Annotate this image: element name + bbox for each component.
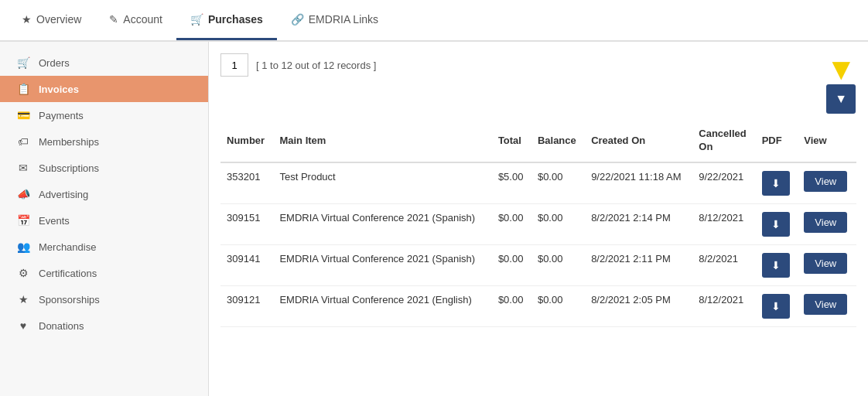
view-button[interactable]: View <box>804 212 847 233</box>
col-header-balance: Balance <box>531 120 585 162</box>
download-icon: ⬇ <box>771 218 781 230</box>
nav-label-emdria-links: EMDRIA Links <box>309 13 378 26</box>
pagination-area: 1 [ 1 to 12 out of 12 records ] <box>220 53 376 77</box>
download-icon: ⬇ <box>771 259 781 271</box>
view-button[interactable]: View <box>804 253 847 274</box>
sidebar-label-merchandise: Merchandise <box>39 241 96 253</box>
cell-total: $5.00 <box>492 162 531 204</box>
cell-number: 309151 <box>220 203 273 244</box>
cell-balance: $0.00 <box>531 162 585 204</box>
download-icon: ⬇ <box>771 177 781 189</box>
nav-item-account[interactable]: ✎ Account <box>95 0 176 40</box>
cell-total: $0.00 <box>492 244 531 285</box>
filter-button[interactable]: ▼ <box>826 84 856 114</box>
top-nav: ★ Overview ✎ Account 🛒 Purchases 🔗 EMDRI… <box>0 0 868 42</box>
cell-created-on: 9/22/2021 11:18 AM <box>585 162 692 204</box>
sidebar-item-orders[interactable]: 🛒 Orders <box>0 50 208 76</box>
pdf-button[interactable]: ⬇ <box>762 171 790 196</box>
cell-pdf: ⬇ <box>756 203 798 244</box>
sidebar-item-events[interactable]: 📅 Events <box>0 207 208 234</box>
cell-balance: $0.00 <box>531 203 585 244</box>
sidebar-label-donations: Donations <box>39 320 84 332</box>
memberships-icon: 🏷 <box>15 135 31 148</box>
link-icon: 🔗 <box>291 13 304 26</box>
cell-main-item: EMDRIA Virtual Conference 2021 (Spanish) <box>273 244 491 285</box>
view-button[interactable]: View <box>804 294 847 315</box>
col-header-pdf: PDF <box>756 120 798 162</box>
sidebar-item-certifications[interactable]: ⚙ Certifications <box>0 260 208 286</box>
main-layout: 🛒 Orders 📋 Invoices 💳 Payments 🏷 Members… <box>0 42 868 396</box>
cell-total: $0.00 <box>492 203 531 244</box>
page-number-input[interactable]: 1 <box>220 53 248 77</box>
nav-label-purchases: Purchases <box>208 13 263 26</box>
events-icon: 📅 <box>15 214 31 227</box>
cell-cancelled-on: 9/22/2021 <box>692 162 755 204</box>
sidebar-item-advertising[interactable]: 📣 Advertising <box>0 181 208 207</box>
orders-icon: 🛒 <box>15 56 31 69</box>
cell-created-on: 8/2/2021 2:14 PM <box>585 203 692 244</box>
col-header-created-on: Created On <box>585 120 692 162</box>
cell-view: View <box>798 203 856 244</box>
account-icon: ✎ <box>109 13 118 26</box>
sidebar-label-certifications: Certifications <box>39 268 97 279</box>
table-header: Number Main Item Total Balance Created O… <box>220 120 856 162</box>
pdf-button[interactable]: ⬇ <box>762 253 790 278</box>
filter-icon: ▼ <box>835 92 847 106</box>
sidebar-item-subscriptions[interactable]: ✉ Subscriptions <box>0 155 208 181</box>
sidebar-label-subscriptions: Subscriptions <box>39 162 99 174</box>
down-arrow-icon: ▼ <box>825 53 856 84</box>
sidebar-item-invoices[interactable]: 📋 Invoices <box>0 76 208 102</box>
main-content: 1 [ 1 to 12 out of 12 records ] ▼ ▼ Numb… <box>209 42 868 396</box>
cell-cancelled-on: 8/12/2021 <box>692 203 755 244</box>
pdf-button[interactable]: ⬇ <box>762 294 790 319</box>
cell-pdf: ⬇ <box>756 162 798 204</box>
cell-pdf: ⬇ <box>756 285 798 326</box>
merchandise-icon: 👥 <box>15 241 31 253</box>
cell-view: View <box>798 285 856 326</box>
cell-cancelled-on: 8/12/2021 <box>692 285 755 326</box>
sidebar-item-merchandise[interactable]: 👥 Merchandise <box>0 234 208 260</box>
nav-item-overview[interactable]: ★ Overview <box>8 0 95 40</box>
download-icon: ⬇ <box>771 300 781 312</box>
nav-item-emdria-links[interactable]: 🔗 EMDRIA Links <box>277 0 392 40</box>
cell-cancelled-on: 8/2/2021 <box>692 244 755 285</box>
nav-item-purchases[interactable]: 🛒 Purchases <box>176 0 277 40</box>
sidebar-label-memberships: Memberships <box>39 136 99 148</box>
cell-number: 353201 <box>220 162 273 204</box>
table-row: 309121 EMDRIA Virtual Conference 2021 (E… <box>220 285 856 326</box>
advertising-icon: 📣 <box>15 188 31 200</box>
cell-total: $0.00 <box>492 285 531 326</box>
table-row: 353201 Test Product $5.00 $0.00 9/22/202… <box>220 162 856 204</box>
sponsorships-icon: ★ <box>15 293 31 306</box>
sidebar-label-invoices: Invoices <box>39 84 79 95</box>
cell-created-on: 8/2/2021 2:11 PM <box>585 244 692 285</box>
table-row: 309141 EMDRIA Virtual Conference 2021 (S… <box>220 244 856 285</box>
pdf-button[interactable]: ⬇ <box>762 212 790 237</box>
table-row: 309151 EMDRIA Virtual Conference 2021 (S… <box>220 203 856 244</box>
sidebar-item-payments[interactable]: 💳 Payments <box>0 102 208 128</box>
sidebar-label-advertising: Advertising <box>39 189 88 200</box>
sidebar-label-events: Events <box>39 215 70 227</box>
cell-pdf: ⬇ <box>756 244 798 285</box>
sidebar-label-orders: Orders <box>39 57 70 69</box>
sidebar-item-sponsorships[interactable]: ★ Sponsorships <box>0 286 208 312</box>
cell-main-item: EMDRIA Virtual Conference 2021 (English) <box>273 285 491 326</box>
invoices-table: Number Main Item Total Balance Created O… <box>220 120 856 327</box>
col-header-cancelled-on: CancelledOn <box>692 120 755 162</box>
cell-view: View <box>798 244 856 285</box>
payments-icon: 💳 <box>15 109 31 121</box>
sidebar: 🛒 Orders 📋 Invoices 💳 Payments 🏷 Members… <box>0 42 209 396</box>
cell-number: 309141 <box>220 244 273 285</box>
col-header-main-item: Main Item <box>273 120 491 162</box>
overview-icon: ★ <box>22 13 32 26</box>
cell-number: 309121 <box>220 285 273 326</box>
view-button[interactable]: View <box>804 171 847 192</box>
sidebar-item-donations[interactable]: ♥ Donations <box>0 312 208 339</box>
cell-view: View <box>798 162 856 204</box>
nav-label-account: Account <box>123 13 162 26</box>
sidebar-item-memberships[interactable]: 🏷 Memberships <box>0 128 208 155</box>
invoices-icon: 📋 <box>15 83 31 95</box>
table-body: 353201 Test Product $5.00 $0.00 9/22/202… <box>220 162 856 327</box>
donations-icon: ♥ <box>15 319 31 332</box>
col-header-view: View <box>798 120 856 162</box>
